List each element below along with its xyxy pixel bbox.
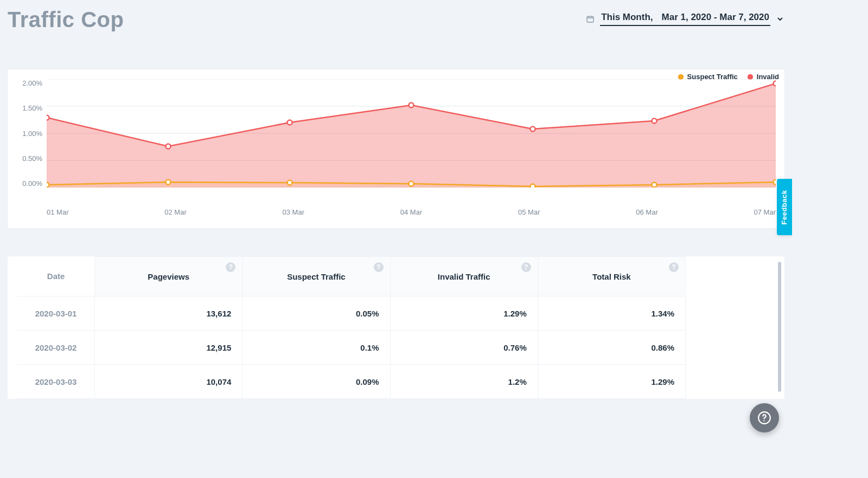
cell-date: 2020-03-01 bbox=[17, 296, 95, 331]
x-tick: 06 Mar bbox=[636, 208, 658, 216]
x-tick: 03 Mar bbox=[283, 208, 304, 216]
help-icon[interactable]: ? bbox=[374, 262, 384, 272]
table-row[interactable]: 2020-03-0212,9150.1%0.76%0.86% bbox=[17, 331, 686, 365]
col-header-suspect[interactable]: Suspect Traffic? bbox=[242, 257, 390, 296]
svg-point-11 bbox=[652, 119, 657, 124]
cell-total: 0.86% bbox=[538, 331, 685, 365]
legend-dot-suspect-icon bbox=[678, 74, 684, 80]
page-title: Traffic Cop bbox=[8, 8, 124, 32]
svg-point-7 bbox=[166, 144, 171, 149]
col-header-pageviews[interactable]: Pageviews? bbox=[95, 257, 242, 296]
calendar-icon bbox=[586, 15, 595, 23]
svg-point-16 bbox=[409, 182, 414, 186]
svg-point-18 bbox=[652, 183, 657, 188]
x-tick: 07 Mar bbox=[754, 208, 776, 216]
help-icon[interactable]: ? bbox=[226, 262, 235, 272]
cell-date: 2020-03-03 bbox=[17, 365, 95, 399]
svg-point-9 bbox=[409, 103, 414, 108]
svg-point-15 bbox=[288, 180, 292, 185]
col-header-date[interactable]: Date bbox=[17, 257, 95, 296]
y-tick: 2.00% bbox=[22, 79, 42, 87]
question-icon bbox=[757, 411, 771, 425]
table-row[interactable]: 2020-03-0113,6120.05%1.29%1.34% bbox=[17, 296, 686, 331]
cell-total: 1.29% bbox=[538, 365, 685, 399]
cell-invalid: 1.29% bbox=[390, 296, 538, 331]
cell-total: 1.34% bbox=[538, 296, 685, 331]
date-period-label: This Month, bbox=[601, 12, 653, 23]
y-tick: 0.00% bbox=[22, 179, 42, 188]
col-header-invalid[interactable]: Invalid Traffic? bbox=[390, 257, 538, 296]
help-icon[interactable]: ? bbox=[669, 262, 679, 272]
svg-point-13 bbox=[47, 183, 49, 188]
traffic-chart-panel: Suspect Traffic Invalid 2.00% 1.50% 1.00… bbox=[8, 69, 784, 228]
x-tick: 02 Mar bbox=[164, 208, 186, 216]
svg-point-10 bbox=[531, 127, 535, 132]
svg-point-8 bbox=[288, 120, 292, 125]
legend-dot-invalid-icon bbox=[748, 74, 753, 80]
cell-suspect: 0.1% bbox=[242, 331, 390, 365]
cell-date: 2020-03-02 bbox=[17, 331, 95, 365]
svg-point-17 bbox=[531, 184, 535, 188]
svg-point-6 bbox=[47, 115, 49, 120]
chart-y-axis: 2.00% 1.50% 1.00% 0.50% 0.00% bbox=[16, 79, 47, 188]
chart-plot-area[interactable] bbox=[47, 79, 776, 188]
cell-pageviews: 12,915 bbox=[95, 331, 242, 365]
table-row[interactable]: 2020-03-0310,0740.09%1.2%1.29% bbox=[17, 365, 686, 399]
y-tick: 1.50% bbox=[22, 104, 42, 112]
y-tick: 0.50% bbox=[22, 154, 42, 163]
help-icon[interactable]: ? bbox=[521, 262, 531, 272]
svg-point-21 bbox=[763, 420, 764, 421]
svg-rect-0 bbox=[587, 16, 593, 22]
col-header-total[interactable]: Total Risk? bbox=[538, 257, 685, 296]
y-tick: 1.00% bbox=[22, 130, 42, 138]
svg-point-14 bbox=[166, 180, 171, 185]
feedback-label: Feedback bbox=[781, 190, 789, 224]
x-tick: 04 Mar bbox=[400, 208, 422, 216]
svg-point-12 bbox=[774, 81, 776, 86]
help-fab-button[interactable] bbox=[750, 403, 779, 432]
feedback-button[interactable]: Feedback bbox=[777, 179, 792, 235]
traffic-table-panel: Date Pageviews? Suspect Traffic? Invalid… bbox=[8, 256, 784, 399]
x-tick: 01 Mar bbox=[47, 208, 68, 216]
cell-suspect: 0.05% bbox=[242, 296, 390, 331]
x-tick: 05 Mar bbox=[518, 208, 540, 216]
chevron-down-icon bbox=[776, 15, 784, 23]
date-range-picker[interactable]: This Month, Mar 1, 2020 - Mar 7, 2020 bbox=[586, 12, 784, 26]
cell-invalid: 0.76% bbox=[390, 331, 538, 365]
date-range-label: Mar 1, 2020 - Mar 7, 2020 bbox=[662, 12, 769, 23]
cell-invalid: 1.2% bbox=[390, 365, 538, 399]
cell-pageviews: 10,074 bbox=[95, 365, 242, 399]
cell-pageviews: 13,612 bbox=[95, 296, 242, 331]
traffic-table: Date Pageviews? Suspect Traffic? Invalid… bbox=[17, 256, 686, 399]
svg-point-19 bbox=[774, 180, 776, 185]
cell-suspect: 0.09% bbox=[242, 365, 390, 399]
chart-x-axis: 01 Mar 02 Mar 03 Mar 04 Mar 05 Mar 06 Ma… bbox=[47, 208, 776, 216]
